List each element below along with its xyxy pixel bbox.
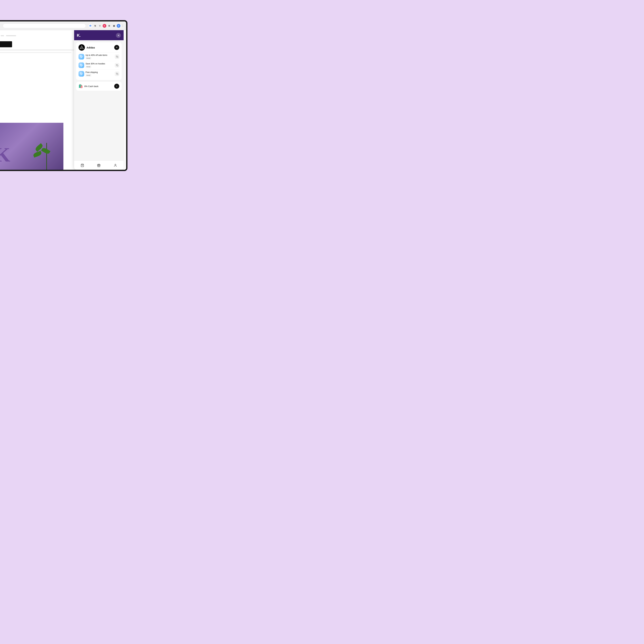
popup-header: K. ✕ <box>74 30 124 40</box>
add-button[interactable]: + <box>114 45 119 50</box>
svg-line-2 <box>81 47 82 48</box>
copy-button-1[interactable] <box>115 55 119 59</box>
merchant-section: Adidas + <box>76 42 122 80</box>
klarna-popup: K. ✕ <box>74 30 124 170</box>
star-extension-icon[interactable]: ☆ <box>98 24 102 28</box>
merchant-name: Adidas <box>87 46 95 49</box>
klarna-extension-icon[interactable]: K <box>103 24 106 28</box>
sidebar-extension-icon[interactable]: ▦ <box>112 24 116 28</box>
cashback-emoji: 🛍️ <box>78 84 83 88</box>
cashback-arrow-button[interactable] <box>114 84 119 89</box>
merchant-info: Adidas <box>78 44 95 51</box>
coupon-badge-3: SALE <box>86 74 91 76</box>
profile-extension-icon[interactable]: D <box>117 24 120 28</box>
svg-rect-7 <box>117 65 118 66</box>
bag-icon <box>81 164 84 167</box>
skeleton-cta-button <box>0 41 12 47</box>
svg-line-3 <box>82 47 82 48</box>
adidas-logo-svg <box>79 45 84 50</box>
plant-decoration <box>40 136 53 170</box>
cashback-info: 🛍️ 8% Cash back <box>78 84 98 88</box>
skeleton-dash-3 <box>6 35 16 36</box>
skeleton-bar-2 <box>0 52 71 53</box>
plant-stem <box>46 143 47 170</box>
svg-rect-5 <box>117 56 118 58</box>
popup-body: Adidas + <box>74 40 124 160</box>
footer-bag-button[interactable] <box>79 162 85 168</box>
plant-leaf-2 <box>41 147 50 155</box>
coupon-text-3: Free shipping SALE <box>86 71 114 76</box>
coupon-item-2: Save 30% on hoodies SALE <box>78 61 119 69</box>
copy-icon-3 <box>116 73 118 75</box>
svg-point-4 <box>81 56 81 56</box>
coupon-icon-2 <box>78 62 84 68</box>
merchant-logo <box>78 44 85 51</box>
tag-icon-3 <box>80 72 83 75</box>
popup-footer <box>74 160 124 170</box>
more-options-icon[interactable]: ⋮ <box>121 24 124 27</box>
coupon-item-1: Up to 40% off sale items SALE <box>78 52 119 61</box>
browser-chrome: ⧉ ☆ K ⊞ ▦ D ⋮ <box>0 21 126 30</box>
klarna-logo: K. <box>77 33 81 38</box>
tag-icon-2 <box>80 64 83 67</box>
laptop-screen: ⧉ ☆ K ⊞ ▦ D ⋮ <box>0 21 126 170</box>
arrow-right-icon <box>116 85 118 87</box>
cashback-section: 🛍️ 8% Cash back <box>76 82 122 91</box>
laptop-frame: ⧉ ☆ K ⊞ ▦ D ⋮ <box>0 20 127 171</box>
close-button[interactable]: ✕ <box>116 33 121 38</box>
browser-content: K K. ✕ <box>0 30 126 170</box>
svg-point-6 <box>81 64 81 65</box>
coupon-text-1: Up to 40% off sale items SALE <box>86 54 114 59</box>
cashback-text: 8% Cash back <box>84 85 98 88</box>
footer-profile-button[interactable] <box>112 162 118 168</box>
webpage-hero-image: K <box>0 123 63 170</box>
profile-icon <box>114 164 117 167</box>
coupon-item-3: Free shipping SALE <box>78 69 119 78</box>
copy-icon-2 <box>116 64 118 66</box>
coupon-badge-2: SALE <box>86 66 91 68</box>
coupon-title-3: Free shipping <box>86 71 114 73</box>
coupon-badge-1: SALE <box>86 57 91 59</box>
gift-icon <box>97 164 100 167</box>
coupon-title-2: Save 30% on hoodies <box>86 63 114 65</box>
plant-leaf-1 <box>33 151 42 158</box>
coupon-icon-3 <box>78 71 84 77</box>
address-bar[interactable] <box>3 23 86 28</box>
svg-rect-9 <box>117 73 118 75</box>
svg-point-8 <box>81 73 81 73</box>
copy-extension-icon[interactable]: ⧉ <box>93 24 97 28</box>
tag-icon-1 <box>80 55 83 58</box>
browser-extensions: ⧉ ☆ K ⊞ ▦ D ⋮ <box>89 24 124 28</box>
copy-button-3[interactable] <box>115 72 119 76</box>
coupon-icon-1 <box>78 54 84 60</box>
skeleton-dash-2 <box>1 35 4 36</box>
coupon-text-2: Save 30% on hoodies SALE <box>86 63 114 68</box>
google-extension-icon[interactable] <box>89 24 92 28</box>
coupon-title-1: Up to 40% off sale items <box>86 54 114 56</box>
merchant-header: Adidas + <box>78 44 119 51</box>
puzzle-extension-icon[interactable]: ⊞ <box>107 24 111 28</box>
copy-icon-1 <box>116 56 118 58</box>
footer-gift-button[interactable] <box>96 162 102 168</box>
brand-letter: K <box>0 143 10 166</box>
svg-point-13 <box>115 164 116 165</box>
copy-button-2[interactable] <box>115 63 119 67</box>
